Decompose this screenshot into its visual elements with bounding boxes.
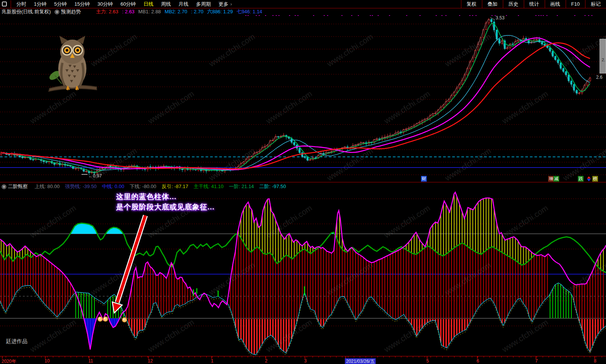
peak-price-label: 3.53	[496, 15, 504, 21]
osc-field-8: 二阶: -97.50	[259, 184, 286, 189]
info-field-1: : 2.63	[122, 9, 135, 14]
box-price-label: 2.	[602, 57, 605, 62]
menu-item-4[interactable]: 30分钟	[94, 1, 116, 8]
indicator-header: ∨ 二阶甄察上线: 80.00强势线: -39.50中线: 0.00下线: -8…	[0, 183, 606, 190]
owl-logo	[46, 27, 100, 93]
info-field-6: 七946: 1.14	[237, 9, 262, 14]
annotation-line1: 这里的蓝色柱体...	[116, 192, 215, 202]
toolbar-button-历史[interactable]: 历史	[503, 0, 524, 8]
menu-item-7[interactable]: 周线	[157, 1, 175, 8]
panel-divider	[0, 182, 606, 182]
axis-label-0: 2020年	[2, 358, 16, 364]
top-menu-bar: 分时1分钟5分钟15分钟30分钟60分钟日线周线月线多周期更多 › 复权叠加历史…	[0, 0, 606, 8]
app-window: 分时1分钟5分钟15分钟30分钟60分钟日线周线月线多周期更多 › 复权叠加历史…	[0, 0, 606, 364]
indicator-name-trend[interactable]: 预测趋势	[61, 8, 81, 15]
menu-item-0[interactable]: 分时	[13, 1, 30, 8]
menu-item-6[interactable]: 日线	[140, 1, 157, 8]
axis-label-3: 12	[148, 358, 153, 364]
menu-item-10[interactable]: 更多 ›	[215, 1, 236, 8]
axis-label-6: 3	[304, 358, 307, 364]
oscillator-canvas[interactable]	[0, 190, 606, 356]
axis-label-9: 6	[477, 358, 479, 364]
annotation-callout: 这里的蓝色柱体... 是个股阶段大底或见底象征...	[116, 192, 215, 212]
toolbar-button-F10[interactable]: F10	[566, 0, 585, 8]
badge-减[interactable]: 减	[553, 176, 559, 182]
toolbar-button-画线[interactable]: 画线	[545, 0, 566, 8]
toolbar-button-叠加[interactable]: 叠加	[482, 0, 503, 8]
axis-label-8: 5	[426, 358, 429, 364]
main-chart-panel[interactable]: 3.53 ←0.97 2. 2.6 财增减跌榜	[0, 15, 606, 182]
osc-field-7: 一阶: 21.14	[229, 184, 254, 189]
menu-item-1[interactable]: 1分钟	[30, 1, 50, 8]
info-field-3: MB2: 2.70	[165, 9, 187, 14]
menu-item-3[interactable]: 15分钟	[70, 1, 93, 8]
low-price-label: ←0.97	[88, 173, 102, 179]
menu-item-8[interactable]: 月线	[175, 1, 192, 8]
badge-榜[interactable]: 榜	[592, 176, 598, 182]
toolbar-right: 复权叠加历史统计画线F10标记	[461, 0, 606, 8]
osc-field-0[interactable]: 二阶甄察	[8, 184, 28, 189]
info-field-4: : 2.70	[191, 9, 204, 14]
axis-label-11: 8	[594, 358, 596, 364]
toolbar-button-复权[interactable]: 复权	[461, 0, 482, 8]
badge-增[interactable]: 增	[548, 176, 554, 182]
badge-跌[interactable]: 跌	[578, 176, 584, 182]
toolbar-button-统计[interactable]: 统计	[524, 0, 545, 8]
osc-field-2: 强势线: -39.50	[65, 184, 97, 189]
stock-title[interactable]: 兆新股份(日线.前复权)	[2, 8, 51, 15]
period-menu: 分时1分钟5分钟15分钟30分钟60分钟日线周线月线多周期更多 ›	[13, 1, 236, 8]
right-price-label: 2.6	[596, 75, 603, 80]
oscillator-panel[interactable]: 这里的蓝色柱体... 是个股阶段大底或见底象征... 廷进作品	[0, 190, 606, 356]
updown-triangle-icon	[587, 176, 591, 182]
osc-field-3: 中线: 0.00	[102, 184, 124, 189]
info-field-2: MB1: 2.88	[138, 9, 161, 14]
info-row: 兆新股份(日线.前复权) ∨ 预测趋势 主力: 2.63: 2.63MB1: 2…	[0, 8, 606, 15]
axis-label-1: 10	[45, 358, 49, 364]
annotation-line2: 是个股阶段大底或见底象征...	[116, 202, 215, 212]
info-field-5: 六886: 1.29	[207, 9, 233, 14]
axis-label-5: 2	[265, 358, 268, 364]
time-axis[interactable]: 2020年1011121232021/03/26/五5678	[0, 356, 606, 364]
chevron-down-icon[interactable]: ∨	[54, 10, 59, 14]
badge-财[interactable]: 财	[421, 176, 427, 182]
osc-field-1: 上线: 80.00	[35, 184, 60, 189]
right-price-box: 2.	[600, 39, 606, 73]
axis-label-10: 7	[535, 358, 538, 364]
selected-date-label[interactable]: 2021/03/26/五	[345, 358, 376, 364]
osc-field-4: 下线: -80.00	[129, 184, 156, 189]
divider	[11, 0, 11, 8]
axis-label-4: 1	[211, 358, 214, 364]
author-credit: 廷进作品	[6, 338, 27, 345]
indicator-header-values: 二阶甄察上线: 80.00强势线: -39.50中线: 0.00下线: -80.…	[8, 183, 291, 190]
chevron-down-icon[interactable]: ∨	[2, 184, 6, 189]
menu-item-5[interactable]: 60分钟	[116, 1, 139, 8]
toolbar-button-标记[interactable]: 标记	[585, 0, 606, 8]
menu-item-2[interactable]: 5分钟	[50, 1, 70, 8]
indicator-values: 主力: 2.63: 2.63MB1: 2.88MB2: 2.70: 2.70六8…	[96, 8, 266, 15]
window-icon[interactable]	[2, 2, 7, 6]
osc-field-6: 主干线: 41.10	[194, 184, 224, 189]
axis-label-2: 11	[88, 358, 93, 364]
info-field-0: 主力: 2.63	[96, 9, 118, 14]
menu-item-9[interactable]: 多周期	[192, 1, 215, 8]
osc-field-5: 反引: -87.17	[161, 184, 188, 189]
